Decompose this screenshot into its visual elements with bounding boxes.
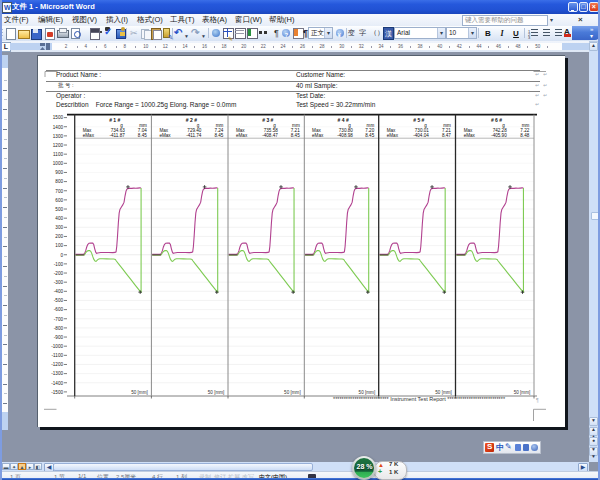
svg-text:1300: 1300 <box>53 134 64 139</box>
svg-text:# 2 #: # 2 # <box>186 117 197 123</box>
svg-text:eMax: eMax <box>464 133 476 138</box>
svg-text:# 6 #: # 6 # <box>491 117 502 123</box>
svg-text:Max: Max <box>464 128 473 133</box>
svg-text:730.80: 730.80 <box>339 128 353 133</box>
svg-text:-408.47: -408.47 <box>262 133 278 138</box>
svg-text:8.48: 8.48 <box>520 133 529 138</box>
svg-text:-408.98: -408.98 <box>337 133 353 138</box>
svg-text:50 [mm]: 50 [mm] <box>514 390 531 395</box>
svg-text:742.28: 742.28 <box>493 128 507 133</box>
svg-text:8.45: 8.45 <box>214 133 223 138</box>
svg-text:eMax: eMax <box>312 133 324 138</box>
svg-text:7.20: 7.20 <box>365 128 374 133</box>
svg-text:-300: -300 <box>54 280 64 285</box>
svg-text:0: 0 <box>60 253 63 258</box>
svg-text:# 5 #: # 5 # <box>413 117 424 123</box>
svg-text:8.45: 8.45 <box>138 133 147 138</box>
svg-text:eMax: eMax <box>159 133 171 138</box>
svg-text:7.21: 7.21 <box>291 128 300 133</box>
svg-text:-200: -200 <box>54 271 64 276</box>
svg-text:100: 100 <box>55 243 63 248</box>
svg-text:50 [mm]: 50 [mm] <box>131 390 148 395</box>
svg-text:Max: Max <box>83 128 92 133</box>
svg-text:50 [mm]: 50 [mm] <box>435 390 452 395</box>
svg-text:7.04: 7.04 <box>138 128 147 133</box>
svg-text:mm: mm <box>443 123 451 128</box>
svg-text:-1300: -1300 <box>51 371 63 376</box>
svg-text:-1400: -1400 <box>51 381 63 386</box>
svg-text:-405.90: -405.90 <box>491 133 507 138</box>
svg-text:-800: -800 <box>54 326 64 331</box>
svg-text:eMax: eMax <box>387 133 399 138</box>
svg-text:1200: 1200 <box>53 143 64 148</box>
svg-text:eMax: eMax <box>236 133 248 138</box>
svg-text:700: 700 <box>55 189 63 194</box>
svg-text:g: g <box>502 123 505 128</box>
svg-text:600: 600 <box>55 198 63 203</box>
svg-text:-700: -700 <box>54 317 64 322</box>
svg-text:-600: -600 <box>54 307 64 312</box>
svg-text:7.24: 7.24 <box>214 128 223 133</box>
svg-text:Max: Max <box>159 128 168 133</box>
svg-text:-1100: -1100 <box>52 353 64 358</box>
svg-text:g: g <box>424 123 427 128</box>
svg-text:-400: -400 <box>54 289 64 294</box>
svg-text:# 1 #: # 1 # <box>109 117 120 123</box>
svg-text:mm: mm <box>367 123 375 128</box>
svg-text:-1000: -1000 <box>51 344 63 349</box>
svg-text:8.47: 8.47 <box>442 133 451 138</box>
svg-text:50 [mm]: 50 [mm] <box>208 390 225 395</box>
svg-text:mm: mm <box>139 123 147 128</box>
svg-text:mm: mm <box>292 123 300 128</box>
svg-text:# 3 #: # 3 # <box>262 117 273 123</box>
svg-text:8.45: 8.45 <box>291 133 300 138</box>
svg-text:Max: Max <box>387 128 396 133</box>
svg-text:50 [mm]: 50 [mm] <box>359 390 376 395</box>
svg-text:734.63: 734.63 <box>111 128 125 133</box>
svg-text:eMax: eMax <box>83 133 95 138</box>
svg-text:g: g <box>348 123 351 128</box>
svg-text:-1500: -1500 <box>51 390 63 395</box>
svg-text:400: 400 <box>55 216 63 221</box>
svg-text:900: 900 <box>55 170 63 175</box>
svg-text:1400: 1400 <box>53 125 64 130</box>
svg-text:300: 300 <box>55 225 63 230</box>
svg-text:-411.87: -411.87 <box>110 133 126 138</box>
svg-text:g: g <box>197 123 200 128</box>
svg-text:800: 800 <box>55 179 63 184</box>
svg-text:1100: 1100 <box>53 152 63 157</box>
svg-text:735.58: 735.58 <box>264 128 278 133</box>
svg-text:-100: -100 <box>54 262 64 267</box>
svg-text:-1200: -1200 <box>51 362 63 367</box>
svg-text:8.45: 8.45 <box>365 133 374 138</box>
svg-text:7.22: 7.22 <box>520 128 529 133</box>
svg-text:200: 200 <box>55 234 63 239</box>
svg-text:mm: mm <box>522 123 530 128</box>
svg-text:# 4 #: # 4 # <box>338 117 349 123</box>
svg-text:g: g <box>273 123 276 128</box>
svg-text:50 [mm]: 50 [mm] <box>284 390 301 395</box>
svg-text:mm: mm <box>216 123 224 128</box>
svg-text:-411.74: -411.74 <box>186 133 202 138</box>
svg-text:730.01: 730.01 <box>415 128 429 133</box>
svg-text:-404.04: -404.04 <box>413 133 429 138</box>
svg-text:7.21: 7.21 <box>442 128 451 133</box>
svg-text:1000: 1000 <box>53 161 64 166</box>
svg-text:500: 500 <box>55 207 63 212</box>
svg-text:g: g <box>120 123 123 128</box>
svg-text:1500: 1500 <box>53 115 64 120</box>
svg-text:Max: Max <box>236 128 245 133</box>
svg-text:Max: Max <box>312 128 321 133</box>
svg-text:-500: -500 <box>54 298 64 303</box>
svg-text:-900: -900 <box>54 335 64 340</box>
svg-text:729.40: 729.40 <box>187 128 201 133</box>
